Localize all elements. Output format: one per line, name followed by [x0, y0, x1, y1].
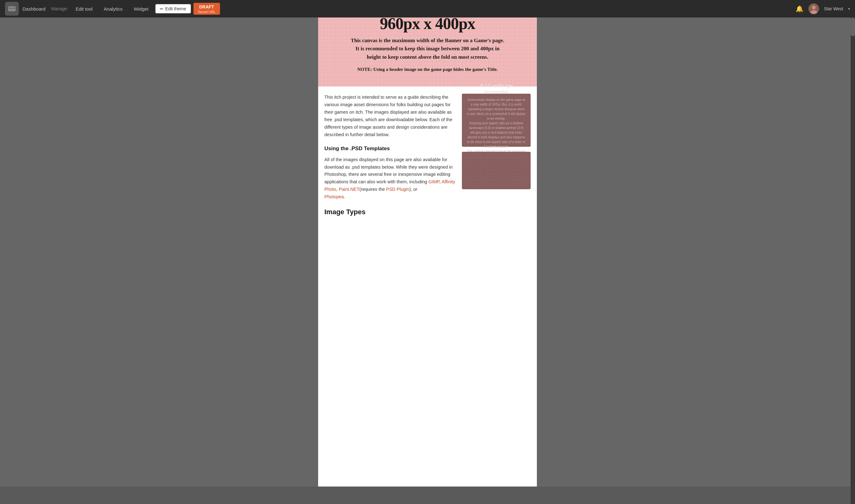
avatar[interactable] [808, 3, 819, 14]
main-text-column: This itch project is intended to serve a… [325, 94, 462, 221]
photopea-link[interactable]: Photopea [325, 194, 344, 199]
svg-point-3 [11, 8, 13, 10]
logo[interactable] [5, 2, 19, 16]
comma2: , [336, 187, 339, 192]
paren-close: ), or [409, 187, 418, 192]
screenshot-card-heading: 4:3 Landscape Screenshot [467, 83, 526, 95]
nav-links: Edit tool Analytics Widget [70, 0, 154, 17]
draft-label: DRAFT [199, 4, 214, 10]
paren-text: (requires the [360, 187, 386, 192]
sidebar-column: 4:3 Landscape Screenshot Screenshots dis… [462, 94, 530, 221]
section2-heading: Image Types [325, 206, 456, 218]
svg-rect-2 [13, 7, 14, 9]
svg-rect-1 [10, 7, 11, 9]
secret-url-label: Secret URL [198, 10, 216, 14]
banner-description: This canvas is the maximum width of the … [349, 37, 506, 61]
body-inner: This itch project is intended to serve a… [318, 87, 537, 228]
analytics-link[interactable]: Analytics [98, 0, 128, 17]
pencil-icon: ✏ [160, 6, 163, 11]
widget-link[interactable]: Widget [128, 0, 154, 17]
section1-end: . [344, 194, 345, 199]
manage-label: Manage: [51, 6, 68, 11]
center-column: 960px x 400px This canvas is the maximum… [318, 0, 537, 487]
draft-button[interactable]: DRAFT Secret URL [193, 3, 220, 15]
outer-page: 960px x 400px This canvas is the maximum… [0, 0, 855, 487]
bell-icon[interactable]: 🔔 [796, 5, 803, 13]
edit-theme-label: Edit theme [165, 6, 186, 11]
scrollbar[interactable] [851, 17, 855, 487]
psd-plugin-link[interactable]: PSD Plugin [386, 187, 409, 192]
banner-note: NOTE: Using a header image on the game p… [357, 67, 498, 72]
section1-heading: Using the .PSD Templates [325, 144, 456, 153]
screenshot-card-text2: Keeping your aspect ratio as a shallow l… [467, 121, 526, 149]
intro-paragraph: This itch project is intended to serve a… [325, 94, 456, 139]
dashboard-link[interactable]: Dashboard [22, 6, 45, 12]
paintnet-link[interactable]: Paint.NET [339, 187, 360, 192]
edit-tool-link[interactable]: Edit tool [70, 0, 98, 17]
navbar: Dashboard Manage: Edit tool Analytics Wi… [0, 0, 855, 17]
section1-paragraph: All of the images displayed on this page… [325, 156, 456, 201]
landscape-screenshot-card: 4:3 Landscape Screenshot Screenshots dis… [462, 94, 530, 147]
edit-theme-button[interactable]: ✏ Edit theme [155, 4, 191, 14]
scrollbar-thumb[interactable] [851, 17, 855, 36]
screenshot-card2 [462, 152, 530, 189]
user-name[interactable]: Star West [824, 6, 843, 11]
navbar-right: 🔔 Star West ▾ [796, 3, 850, 14]
chevron-down-icon[interactable]: ▾ [848, 6, 850, 11]
screenshot-card-text1: Screenshots display on the game page at … [467, 97, 526, 121]
gimp-link[interactable]: GIMP [429, 179, 439, 184]
svg-point-5 [812, 6, 816, 10]
